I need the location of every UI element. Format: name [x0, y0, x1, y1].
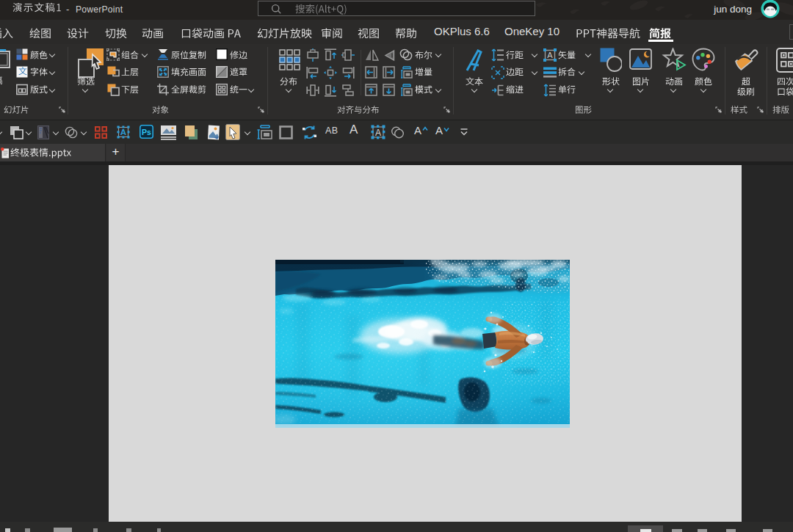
svg-text:Ps: Ps	[142, 128, 151, 136]
svg-text:A: A	[120, 128, 126, 136]
svg-text:A: A	[547, 51, 553, 59]
svg-text:A: A	[375, 128, 381, 138]
